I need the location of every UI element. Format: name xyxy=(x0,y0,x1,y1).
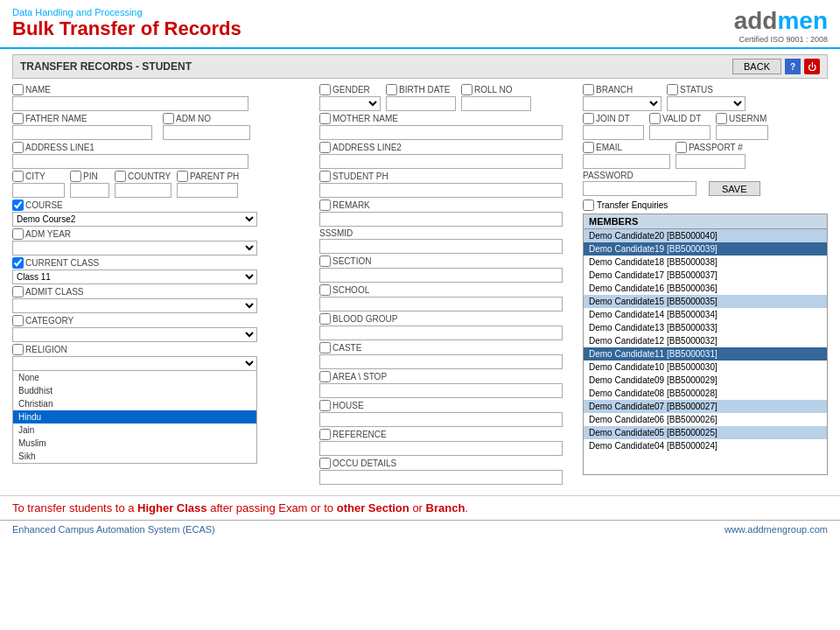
remark-input[interactable] xyxy=(319,212,563,227)
join-dt-checkbox[interactable] xyxy=(583,113,594,124)
religion-option-sikh[interactable]: Sikh xyxy=(13,450,256,463)
parent-ph-checkbox[interactable] xyxy=(177,171,188,182)
remark-checkbox[interactable] xyxy=(319,200,331,211)
category-select[interactable] xyxy=(12,327,257,342)
religion-option-jain[interactable]: Jain xyxy=(13,424,256,437)
father-checkbox[interactable] xyxy=(12,113,24,124)
branch-checkbox[interactable] xyxy=(583,84,594,95)
member-item[interactable]: Demo Candidate10 [BB5000030] xyxy=(584,360,827,374)
member-item[interactable]: Demo Candidate04 [BB5000024] xyxy=(584,439,827,452)
member-item[interactable]: Demo Candidate17 [BB5000037] xyxy=(584,269,827,282)
admit-class-select[interactable] xyxy=(12,298,257,313)
student-ph-input[interactable] xyxy=(319,183,563,198)
roll-no-input[interactable] xyxy=(461,96,531,111)
roll-no-checkbox[interactable] xyxy=(461,84,472,95)
adm-no-checkbox[interactable] xyxy=(163,113,174,124)
email-input[interactable] xyxy=(583,154,670,169)
adm-year-select[interactable] xyxy=(12,241,257,256)
religion-checkbox[interactable] xyxy=(12,344,24,355)
reference-checkbox[interactable] xyxy=(319,429,331,440)
school-input[interactable] xyxy=(319,297,563,312)
back-button[interactable]: BACK xyxy=(732,59,781,74)
valid-dt-checkbox[interactable] xyxy=(649,113,661,124)
address2-input[interactable] xyxy=(319,154,563,169)
member-item[interactable]: Demo Candidate09 [BB5000029] xyxy=(584,374,827,387)
name-input[interactable] xyxy=(12,96,248,111)
caste-checkbox[interactable] xyxy=(319,342,331,354)
member-item[interactable]: Demo Candidate06 [BB5000026] xyxy=(584,413,827,426)
blood-group-input[interactable] xyxy=(319,326,563,340)
religion-select-header[interactable] xyxy=(12,356,257,371)
member-item[interactable]: Demo Candidate14 [BB5000034] xyxy=(584,308,827,321)
gender-checkbox[interactable] xyxy=(319,84,331,95)
house-checkbox[interactable] xyxy=(319,400,331,411)
sssmid-input[interactable] xyxy=(319,239,563,254)
help-button[interactable]: ? xyxy=(785,59,801,74)
adm-no-input[interactable] xyxy=(163,125,250,140)
passport-checkbox[interactable] xyxy=(676,142,687,153)
religion-option-christian[interactable]: Christian xyxy=(13,397,256,410)
course-select[interactable]: Demo Course2 xyxy=(12,212,257,227)
area-stop-checkbox[interactable] xyxy=(319,371,331,382)
city-input[interactable] xyxy=(12,183,65,198)
usernm-input[interactable] xyxy=(716,125,768,140)
address1-checkbox[interactable] xyxy=(12,142,24,153)
member-item[interactable]: Demo Candidate08 [BB5000028] xyxy=(584,387,827,400)
member-item[interactable]: Demo Candidate11 [BB5000031] xyxy=(584,347,827,360)
birth-date-input[interactable] xyxy=(386,96,456,111)
current-class-select[interactable]: Class 11 xyxy=(12,270,257,284)
mother-name-checkbox[interactable] xyxy=(319,113,331,124)
member-item[interactable]: Demo Candidate15 [BB5000035] xyxy=(584,295,827,308)
member-item[interactable]: Demo Candidate18 [BB5000038] xyxy=(584,256,827,269)
member-item[interactable]: Demo Candidate19 [BB5000039] xyxy=(584,242,827,256)
members-list[interactable]: Demo Candidate20 [BB5000040]Demo Candida… xyxy=(584,229,827,474)
join-dt-input[interactable] xyxy=(583,125,644,140)
passport-input[interactable] xyxy=(676,154,746,169)
blood-group-checkbox[interactable] xyxy=(319,313,331,325)
branch-select[interactable] xyxy=(583,96,662,111)
country-input[interactable] xyxy=(115,183,172,198)
pin-checkbox[interactable] xyxy=(70,171,81,182)
save-button[interactable]: SAVE xyxy=(709,181,760,196)
school-checkbox[interactable] xyxy=(319,284,331,296)
course-checkbox[interactable] xyxy=(12,200,24,211)
gender-select[interactable] xyxy=(319,96,381,111)
student-ph-checkbox[interactable] xyxy=(319,171,331,182)
power-button[interactable]: ⏻ xyxy=(804,59,820,74)
email-checkbox[interactable] xyxy=(583,142,594,153)
password-input[interactable] xyxy=(583,181,696,196)
father-input[interactable] xyxy=(12,125,152,140)
mother-name-input[interactable] xyxy=(319,125,563,140)
reference-input[interactable] xyxy=(319,441,563,456)
birth-date-checkbox[interactable] xyxy=(386,84,397,95)
member-item[interactable]: Demo Candidate05 [BB5000025] xyxy=(584,426,827,439)
parent-ph-input[interactable] xyxy=(177,183,238,198)
occu-details-checkbox[interactable] xyxy=(319,458,331,469)
religion-option-buddhist[interactable]: Buddhist xyxy=(13,384,256,397)
member-item[interactable]: Demo Candidate12 [BB5000032] xyxy=(584,334,827,347)
section-checkbox[interactable] xyxy=(319,256,331,267)
occu-details-input[interactable] xyxy=(319,470,563,485)
religion-option-none[interactable]: None xyxy=(13,371,256,384)
member-item[interactable]: Demo Candidate20 [BB5000040] xyxy=(584,229,827,242)
city-checkbox[interactable] xyxy=(12,171,24,182)
country-checkbox[interactable] xyxy=(115,171,126,182)
adm-year-checkbox[interactable] xyxy=(12,228,24,240)
valid-dt-input[interactable] xyxy=(649,125,710,140)
category-checkbox[interactable] xyxy=(12,315,24,326)
caste-input[interactable] xyxy=(319,354,563,369)
address1-input[interactable] xyxy=(12,154,248,169)
religion-option-muslim[interactable]: Muslim xyxy=(13,437,256,450)
current-class-checkbox[interactable] xyxy=(12,257,24,269)
religion-option-hindu[interactable]: Hindu xyxy=(13,410,256,424)
transfer-enquiries-checkbox[interactable] xyxy=(583,200,594,211)
usernm-checkbox[interactable] xyxy=(716,113,727,124)
member-item[interactable]: Demo Candidate13 [BB5000033] xyxy=(584,321,827,334)
house-input[interactable] xyxy=(319,412,563,427)
name-checkbox[interactable] xyxy=(12,84,24,95)
status-checkbox[interactable] xyxy=(667,84,678,95)
address2-checkbox[interactable] xyxy=(319,142,331,153)
pin-input[interactable] xyxy=(70,183,109,198)
area-stop-input[interactable] xyxy=(319,383,563,398)
section-input[interactable] xyxy=(319,268,563,283)
